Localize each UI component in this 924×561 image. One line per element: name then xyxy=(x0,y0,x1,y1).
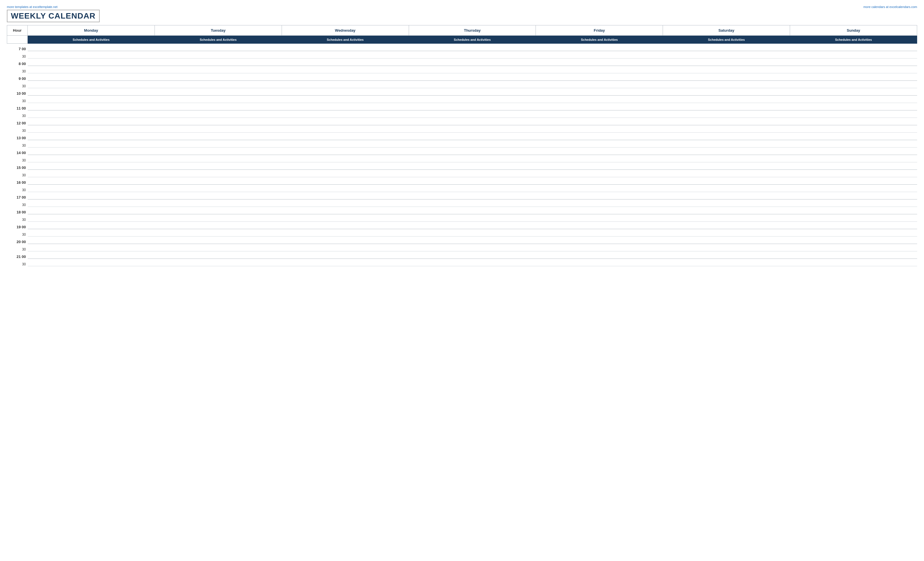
schedule-cell-half[interactable] xyxy=(409,199,536,207)
schedule-cell-half[interactable] xyxy=(790,81,917,88)
schedule-cell[interactable] xyxy=(536,207,663,214)
schedule-cell-half[interactable] xyxy=(282,111,409,118)
schedule-cell[interactable] xyxy=(663,192,790,199)
schedule-cell[interactable] xyxy=(282,148,409,155)
schedule-cell-half[interactable] xyxy=(282,229,409,236)
schedule-cell[interactable] xyxy=(282,58,409,66)
left-link[interactable]: more templates at exceltemplate.net xyxy=(7,5,57,9)
schedule-cell[interactable] xyxy=(536,133,663,140)
schedule-cell[interactable] xyxy=(282,133,409,140)
schedule-cell[interactable] xyxy=(28,192,155,199)
schedule-cell-half[interactable] xyxy=(790,155,917,162)
schedule-cell-half[interactable] xyxy=(409,125,536,133)
schedule-cell[interactable] xyxy=(282,103,409,111)
schedule-cell[interactable] xyxy=(282,118,409,125)
schedule-cell[interactable] xyxy=(536,103,663,111)
schedule-cell[interactable] xyxy=(536,162,663,170)
schedule-cell-half[interactable] xyxy=(663,244,790,251)
schedule-cell-half[interactable] xyxy=(663,199,790,207)
schedule-cell-half[interactable] xyxy=(409,214,536,222)
schedule-cell[interactable] xyxy=(282,192,409,199)
schedule-cell[interactable] xyxy=(409,177,536,185)
schedule-cell[interactable] xyxy=(282,222,409,229)
schedule-cell-half[interactable] xyxy=(663,66,790,73)
schedule-cell[interactable] xyxy=(409,222,536,229)
schedule-cell[interactable] xyxy=(282,236,409,244)
schedule-cell[interactable] xyxy=(28,44,155,51)
schedule-cell-half[interactable] xyxy=(154,66,282,73)
schedule-cell-half[interactable] xyxy=(409,229,536,236)
schedule-cell[interactable] xyxy=(28,118,155,125)
schedule-cell-half[interactable] xyxy=(536,155,663,162)
schedule-cell[interactable] xyxy=(536,73,663,81)
schedule-cell-half[interactable] xyxy=(154,140,282,148)
schedule-cell[interactable] xyxy=(790,222,917,229)
schedule-cell-half[interactable] xyxy=(663,214,790,222)
schedule-cell[interactable] xyxy=(536,44,663,51)
schedule-cell[interactable] xyxy=(536,251,663,259)
schedule-cell[interactable] xyxy=(28,148,155,155)
schedule-cell[interactable] xyxy=(790,207,917,214)
schedule-cell[interactable] xyxy=(536,88,663,96)
schedule-cell[interactable] xyxy=(409,148,536,155)
schedule-cell[interactable] xyxy=(28,88,155,96)
schedule-cell-half[interactable] xyxy=(790,96,917,103)
schedule-cell-half[interactable] xyxy=(790,51,917,58)
schedule-cell[interactable] xyxy=(790,177,917,185)
schedule-cell-half[interactable] xyxy=(409,81,536,88)
schedule-cell[interactable] xyxy=(28,162,155,170)
schedule-cell-half[interactable] xyxy=(663,259,790,266)
schedule-cell[interactable] xyxy=(154,236,282,244)
schedule-cell-half[interactable] xyxy=(154,229,282,236)
schedule-cell-half[interactable] xyxy=(154,185,282,192)
schedule-cell-half[interactable] xyxy=(663,81,790,88)
schedule-cell-half[interactable] xyxy=(28,81,155,88)
schedule-cell[interactable] xyxy=(28,207,155,214)
schedule-cell[interactable] xyxy=(536,192,663,199)
schedule-cell[interactable] xyxy=(663,207,790,214)
schedule-cell-half[interactable] xyxy=(28,259,155,266)
schedule-cell[interactable] xyxy=(663,133,790,140)
schedule-cell[interactable] xyxy=(28,251,155,259)
schedule-cell[interactable] xyxy=(790,118,917,125)
schedule-cell-half[interactable] xyxy=(409,96,536,103)
schedule-cell[interactable] xyxy=(663,177,790,185)
schedule-cell[interactable] xyxy=(790,133,917,140)
schedule-cell-half[interactable] xyxy=(790,170,917,177)
schedule-cell[interactable] xyxy=(282,177,409,185)
schedule-cell-half[interactable] xyxy=(409,259,536,266)
schedule-cell[interactable] xyxy=(536,177,663,185)
schedule-cell-half[interactable] xyxy=(663,155,790,162)
schedule-cell-half[interactable] xyxy=(282,140,409,148)
schedule-cell[interactable] xyxy=(790,162,917,170)
schedule-cell[interactable] xyxy=(409,73,536,81)
schedule-cell-half[interactable] xyxy=(154,214,282,222)
schedule-cell[interactable] xyxy=(409,192,536,199)
schedule-cell[interactable] xyxy=(154,162,282,170)
schedule-cell-half[interactable] xyxy=(536,66,663,73)
schedule-cell[interactable] xyxy=(154,44,282,51)
schedule-cell-half[interactable] xyxy=(154,125,282,133)
schedule-cell[interactable] xyxy=(28,103,155,111)
schedule-cell[interactable] xyxy=(663,222,790,229)
schedule-cell[interactable] xyxy=(154,177,282,185)
schedule-cell-half[interactable] xyxy=(282,170,409,177)
schedule-cell-half[interactable] xyxy=(663,96,790,103)
schedule-cell-half[interactable] xyxy=(409,155,536,162)
schedule-cell[interactable] xyxy=(154,148,282,155)
schedule-cell[interactable] xyxy=(790,103,917,111)
schedule-cell-half[interactable] xyxy=(790,66,917,73)
schedule-cell-half[interactable] xyxy=(282,244,409,251)
schedule-cell-half[interactable] xyxy=(790,125,917,133)
schedule-cell-half[interactable] xyxy=(790,229,917,236)
schedule-cell[interactable] xyxy=(409,236,536,244)
schedule-cell[interactable] xyxy=(282,207,409,214)
schedule-cell-half[interactable] xyxy=(409,66,536,73)
schedule-cell-half[interactable] xyxy=(154,51,282,58)
schedule-cell-half[interactable] xyxy=(536,259,663,266)
schedule-cell[interactable] xyxy=(663,251,790,259)
schedule-cell-half[interactable] xyxy=(154,244,282,251)
schedule-cell[interactable] xyxy=(409,162,536,170)
schedule-cell-half[interactable] xyxy=(536,170,663,177)
schedule-cell-half[interactable] xyxy=(28,244,155,251)
